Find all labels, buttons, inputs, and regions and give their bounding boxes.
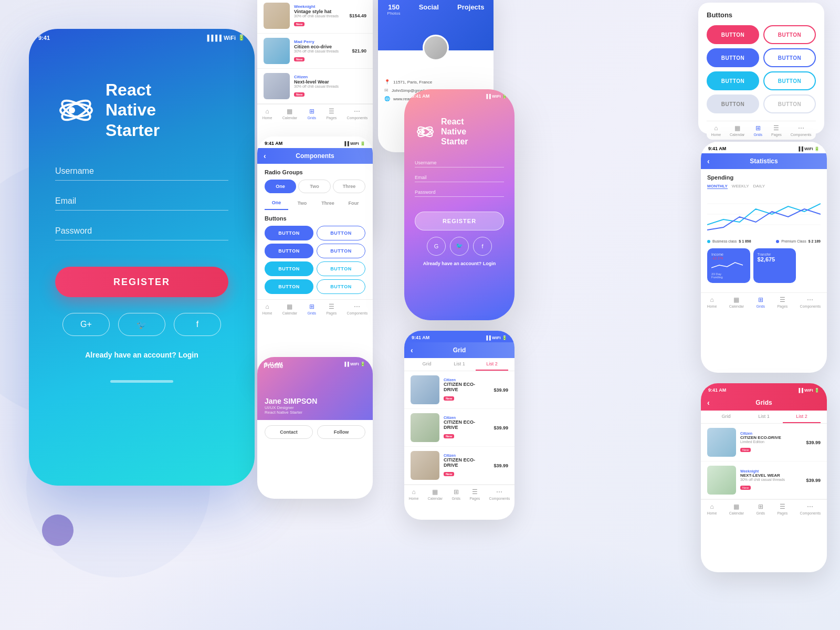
stats-tab-weekly[interactable]: WEEKLY	[732, 184, 749, 189]
panel-btn-blue-outline-1[interactable]: BUTTON	[763, 48, 816, 67]
radio-three-underline[interactable]: Three	[316, 196, 340, 210]
stats-nav-pages[interactable]: ☰Pages	[777, 296, 788, 308]
grid-tab-list1[interactable]: List 1	[443, 358, 476, 371]
shop-price-1: $154.49	[349, 13, 366, 18]
radio-groups-title: Radio Groups	[265, 169, 365, 175]
radio-group-underline: One Two Three Four	[265, 196, 365, 210]
contact-button[interactable]: Contact	[265, 425, 313, 439]
comp-nav-home[interactable]: ⌂Home	[262, 303, 272, 315]
stats-nav-calendar[interactable]: ▦Calendar	[729, 296, 744, 308]
radio-one-underline[interactable]: One	[265, 196, 288, 210]
bp-nav-calendar[interactable]: ▦Calendar	[730, 124, 744, 136]
comp-nav-pages[interactable]: ☰Pages	[326, 303, 337, 315]
grids-tab-grid[interactable]: Grid	[707, 411, 745, 423]
comp-btn-8[interactable]: BUTTON	[317, 279, 365, 294]
gi-brand-1: Citizen	[444, 378, 489, 382]
panel-btn-gray-1[interactable]: BUTTON	[707, 94, 759, 113]
username-field: Username	[55, 166, 228, 181]
bp-nav-pages[interactable]: ☰Pages	[771, 124, 782, 136]
bp-nav-components[interactable]: ⋯Components	[791, 124, 812, 136]
grid-nav-grids[interactable]: ⊞Grids	[452, 488, 460, 500]
comp-nav-components[interactable]: ⋯Components	[347, 303, 368, 315]
panel-btn-red-outline-1[interactable]: BUTTON	[763, 25, 816, 44]
reg-social-btns: G 🐦 f	[415, 237, 504, 256]
stats-tab-monthly[interactable]: MONTHLY	[707, 184, 728, 189]
radio-one-filled[interactable]: One	[265, 180, 296, 193]
panel-btn-gray-outline-1[interactable]: BUTTON	[763, 94, 816, 113]
reg-email-line	[415, 182, 504, 182]
grid-img-2	[411, 413, 439, 442]
facebook-button[interactable]: f	[174, 313, 221, 336]
nav-components[interactable]: ⋯Components	[347, 108, 368, 120]
grids-nav-grids[interactable]: ⊞Grids	[756, 503, 765, 515]
reg-google-btn[interactable]: G	[427, 237, 446, 256]
wifi-icon: WiFi	[224, 35, 236, 41]
grid-tab-list2[interactable]: List 2	[476, 358, 508, 371]
profile-name: Jane SIMPSON	[265, 397, 365, 405]
panel-btn-red-1[interactable]: BUTTON	[707, 25, 759, 44]
grids-nav-calendar[interactable]: ▦Calendar	[729, 503, 744, 515]
grids-nav-pages[interactable]: ☰Pages	[777, 503, 788, 515]
comp-nav-grids[interactable]: ⊞Grids	[307, 303, 316, 315]
nav-home[interactable]: ⌂Home	[262, 108, 272, 120]
bp-nav-home[interactable]: ⌂Home	[711, 124, 721, 136]
reg-username-line	[415, 167, 504, 167]
grids-item-info-1: Citizen CITIZEN ECO-DRIVE Limited Editio…	[740, 432, 802, 453]
email-line	[55, 210, 228, 211]
grids-tabs: Grid List 1 List 2	[701, 411, 827, 424]
comp-btn-4[interactable]: BUTTON	[317, 244, 365, 258]
login-link[interactable]: Login	[178, 351, 198, 359]
comp-btn-2[interactable]: BUTTON	[317, 226, 365, 240]
comp-btn-1[interactable]: BUTTON	[265, 226, 313, 240]
reg-facebook-btn[interactable]: f	[473, 237, 492, 256]
stats-nav-home[interactable]: ⌂Home	[707, 296, 717, 308]
grids-back-icon[interactable]: ‹	[707, 398, 710, 407]
comp-btn-5[interactable]: BUTTON	[265, 261, 313, 276]
radio-four-underline[interactable]: Four	[342, 196, 365, 210]
google-button[interactable]: G+	[62, 313, 110, 336]
reg-register-button[interactable]: REGISTER	[415, 212, 504, 230]
grid-nav-components[interactable]: ⋯Components	[489, 488, 510, 500]
status-time: 9:41	[38, 35, 50, 41]
grids-phone: 9:41 AM ▐▐ WiFi 🔋 ‹ Grids Grid List 1 Li…	[701, 383, 827, 572]
grids-nav-home[interactable]: ⌂Home	[707, 503, 717, 515]
comp-btn-3[interactable]: BUTTON	[265, 244, 313, 258]
reg-login-link[interactable]: Login	[483, 261, 496, 266]
comp-btn-7[interactable]: BUTTON	[265, 279, 313, 294]
stats-nav-components[interactable]: ⋯Components	[800, 296, 821, 308]
comp-btn-6[interactable]: BUTTON	[317, 261, 365, 276]
register-button[interactable]: REGISTER	[55, 267, 228, 297]
grids-tab-list1[interactable]: List 1	[745, 411, 783, 423]
radio-two-filled[interactable]: Two	[298, 180, 331, 193]
nav-pages[interactable]: ☰Pages	[326, 108, 337, 120]
twitter-button[interactable]: 🐦	[118, 313, 165, 336]
grid-status: 9:41 AM ▐▐ WiFi 🔋	[404, 331, 514, 342]
reg-twitter-btn[interactable]: 🐦	[450, 237, 469, 256]
comp-nav-calendar[interactable]: ▦Calendar	[282, 303, 297, 315]
panel-btn-teal-1[interactable]: BUTTON	[707, 71, 759, 90]
grids-tab-list2[interactable]: List 2	[783, 411, 821, 423]
legend-val-business: $ 1 898	[739, 239, 751, 243]
stats-tab-daily[interactable]: DAILY	[753, 184, 765, 189]
grid-tab-grid[interactable]: Grid	[411, 358, 443, 371]
grid-nav-pages[interactable]: ☰Pages	[469, 488, 480, 500]
bp-nav-grids[interactable]: ⊞Grids	[753, 124, 762, 136]
reg-password: Password	[415, 190, 504, 197]
grids-nav-components[interactable]: ⋯Components	[800, 503, 821, 515]
radio-two-underline[interactable]: Two	[290, 196, 314, 210]
grid-back-icon[interactable]: ‹	[411, 346, 413, 354]
gi-name-1: CITIZEN ECO-DRIVE	[444, 382, 489, 392]
nav-grids[interactable]: ⊞Grids	[307, 108, 316, 120]
nav-calendar[interactable]: ▦Calendar	[282, 108, 297, 120]
radio-three-filled[interactable]: Three	[333, 180, 365, 193]
back-icon[interactable]: ‹	[264, 152, 266, 160]
stats-nav-grids[interactable]: ⊞Grids	[756, 296, 765, 308]
grid-nav-calendar[interactable]: ▦Calendar	[428, 488, 443, 500]
follow-button[interactable]: Follow	[317, 425, 365, 439]
shop-name-2: Citizen eco-drive	[294, 44, 348, 49]
social-cover: 9:41 AM ▐▐ WiFi 🔋 150 Photos Social Proj…	[378, 0, 494, 50]
panel-btn-teal-outline-1[interactable]: BUTTON	[763, 71, 816, 90]
panel-btn-blue-1[interactable]: BUTTON	[707, 48, 759, 67]
stats-back-icon[interactable]: ‹	[707, 157, 710, 165]
grid-nav-home[interactable]: ⌂Home	[409, 488, 419, 500]
